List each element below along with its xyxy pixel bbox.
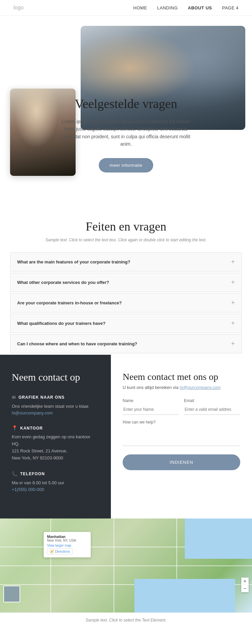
faq-item[interactable]: What qualifications do your trainers hav… [10,314,242,333]
zoom-in-button[interactable]: + [241,578,249,585]
faq-expand-icon: + [231,319,235,327]
contact-phone-label: TELEFOON [20,472,45,476]
map-section: Manhattan New York, NY, USA View larger … [0,518,252,612]
map-pin-card: Manhattan New York, NY, USA View larger … [44,532,91,557]
contact-right-title: Neem contact met ons op [123,371,240,382]
help-textarea[interactable] [123,426,240,446]
contact-phone-header: 📞 TELEFOON [12,471,99,477]
name-label: Name [123,398,179,403]
nav-about[interactable]: ABOUT US [188,5,212,10]
faq-item[interactable]: What other corporate services do you off… [10,273,242,292]
faq-question: Are your corporate trainers in-house or … [17,300,122,305]
faq-title: Feiten en vragen [13,219,239,234]
nav-landing[interactable]: LANDING [157,5,178,10]
name-field-group: Name [123,398,179,415]
faq-item[interactable]: What are the main features of your corpo… [10,252,242,271]
faq-list: What are the main features of your corpo… [10,252,242,353]
email-field-group: Email [184,398,241,415]
faq-item[interactable]: Can I choose where and when to have corp… [10,334,242,353]
contact-phone-text: Ma-vr van 8.00 tot 5.00 uur [12,480,99,487]
faq-expand-icon: + [231,340,235,348]
faq-expand-icon: + [231,258,235,266]
directions-label: Directions [55,550,70,553]
hero-button[interactable]: meer informatie [99,158,153,172]
map-directions-button[interactable]: 🧭 Directions [47,548,73,555]
contact-phone-item: 📞 TELEFOON Ma-vr van 8.00 tot 5.00 uur +… [12,471,99,493]
contact-section: Neem contact op ✉ GRAFIEK NAAR ONS Ons v… [0,355,252,519]
map-background: Manhattan New York, NY, USA View larger … [0,518,252,612]
contact-left: Neem contact op ✉ GRAFIEK NAAR ONS Ons v… [0,355,111,519]
contact-office-item: 📍 KANTOOR Kom even gedag zeggen op ons k… [12,425,99,461]
nav-page4[interactable]: PAGE 4 [222,5,239,10]
nav-home[interactable]: HOME [133,5,147,10]
contact-office-header: 📍 KANTOOR [12,425,99,431]
map-water [134,579,235,612]
faq-question: What are the main features of your corpo… [17,259,130,264]
map-view-larger[interactable]: View larger map [47,544,87,547]
logo: logo [13,5,24,11]
contact-email-item: ✉ GRAFIEK NAAR ONS Ons vriendelijke team… [12,395,99,416]
directions-icon: 🧭 [50,550,54,553]
contact-reach-text: U kunt ons altijd bereiken via [123,385,180,390]
hero-description: Lorem ipsum dolor sit amet, consectetur … [59,118,193,148]
contact-right: Neem contact met ons op U kunt ons altij… [111,355,252,519]
help-field-group: How can we help? [123,420,240,446]
contact-office-text: Kom even gedag zeggen op ons kantoor HQ.… [12,434,99,461]
hero-title: Veelgestelde vragen [20,96,232,111]
faq-item[interactable]: Are your corporate trainers in-house or … [10,293,242,312]
contact-reach: U kunt ons altijd bereiken via hi@ourcom… [123,385,240,390]
phone-icon: 📞 [12,471,17,477]
faq-question: What other corporate services do you off… [17,280,109,285]
faq-expand-icon: + [231,299,235,307]
contact-email-text: Ons vriendelijke team staat voor u klaar… [12,403,99,410]
contact-office-label: KANTOOR [20,426,43,431]
help-label: How can we help? [123,420,240,425]
submit-button[interactable]: INDIENEN [123,454,240,470]
hero-section: Veelgestelde vragen Lorem ipsum dolor si… [0,16,252,193]
zoom-out-button[interactable]: − [241,585,249,592]
navigation: logo HOME LANDING ABOUT US PAGE 4 [0,0,252,16]
location-icon: 📍 [12,425,17,431]
faq-question: Can I choose where and when to have corp… [17,341,137,346]
map-water [185,518,252,559]
map-road [0,565,252,566]
map-thumbnail [3,586,20,602]
map-pin-title: Manhattan [47,535,87,539]
contact-email-link[interactable]: hi@ourcompany.com [12,410,53,415]
email-icon: ✉ [12,395,16,400]
faq-question: What qualifications do your trainers hav… [17,321,106,326]
map-road [114,518,114,612]
contact-phone-link[interactable]: +1(555) 000-000 [12,487,44,492]
map-pin-subtitle: New York, NY, USA [47,539,87,542]
hero-text-block: Veelgestelde vragen Lorem ipsum dolor si… [13,96,239,172]
faq-expand-icon: + [231,279,235,286]
contact-reach-email[interactable]: hi@ourcompany.com [180,385,221,390]
contact-email-header: ✉ GRAFIEK NAAR ONS [12,395,99,400]
page-footer: Sample text. Click to select the Text El… [0,612,252,628]
contact-form-row-1: Name Email [123,398,240,415]
nav-links: HOME LANDING ABOUT US PAGE 4 [133,5,239,10]
map-zoom-controls: + − [241,578,249,592]
footer-text: Sample text. Click to select the Text El… [86,618,166,623]
faq-subtitle: Sample text. Click to select the text bo… [13,238,239,242]
email-input[interactable] [184,404,241,415]
name-input[interactable] [123,404,179,415]
contact-email-label: GRAFIEK NAAR ONS [18,395,65,400]
faq-section: Feiten en vragen Sample text. Click to s… [0,213,252,252]
email-label: Email [184,398,241,403]
contact-left-title: Neem contact op [12,371,99,383]
